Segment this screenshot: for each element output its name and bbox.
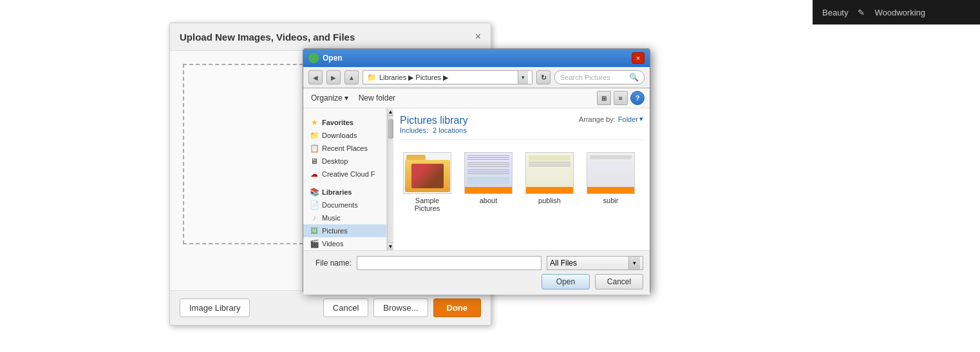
file-type-select[interactable]: All Files ▾ [547, 256, 643, 270]
pictures-label: Pictures [322, 227, 348, 235]
screenshot-lines-1 [467, 155, 509, 161]
screenshot-lines-2 [467, 162, 509, 168]
sidebar-item-pictures[interactable]: 🖼 Pictures [303, 224, 386, 237]
toolbar-right: ⊞ ≡ ? [597, 91, 645, 105]
arrange-by-value[interactable]: Folder ▾ [618, 115, 643, 123]
search-icon: 🔍 [629, 73, 639, 82]
recent-places-icon: 📋 [310, 144, 319, 153]
upload-cancel-button[interactable]: Cancel [323, 298, 368, 317]
library-subtitle: Includes: 2 locations [400, 126, 468, 134]
pictures-icon: 🖼 [310, 226, 319, 235]
window-controls: × [632, 52, 645, 64]
dialog-open-button[interactable]: Open [542, 274, 590, 289]
folder-thumbnail [405, 155, 450, 192]
folder-image [411, 164, 444, 188]
window-close-button[interactable]: × [632, 52, 645, 64]
cloud-icon: ☁ [310, 170, 319, 179]
file-item-subir[interactable]: subir [583, 150, 638, 215]
address-bar: ◀ ▶ ▲ 📁 Libraries ▶ Pictures ▶ ▾ ↻ Searc… [303, 67, 650, 88]
upload-dialog-footer: Image Library Cancel Browse... Done [170, 290, 491, 325]
file-type-dropdown-icon[interactable]: ▾ [628, 257, 640, 269]
creative-cloud-label: Creative Cloud F [322, 170, 375, 178]
browse-button[interactable]: Browse... [373, 298, 428, 317]
documents-icon: 📄 [310, 200, 319, 210]
search-placeholder: Search Pictures [560, 73, 610, 81]
music-label: Music [322, 214, 341, 222]
toolbar-left: Organize ▾ New folder [308, 92, 398, 104]
dialog-app-icon [308, 53, 319, 63]
file-item-about[interactable]: about [461, 150, 516, 215]
file-grid: Sample Pictures about [400, 146, 643, 218]
screenshot-block-1 [467, 177, 509, 184]
sidebar-item-downloads[interactable]: 📁 Downloads [303, 129, 386, 142]
organize-button[interactable]: Organize ▾ [308, 92, 351, 104]
subir-orange-bar [587, 187, 634, 193]
dialog-cancel-button[interactable]: Cancel [595, 274, 643, 289]
up-button[interactable]: ▲ [344, 70, 359, 84]
publish-header-bar [529, 155, 570, 161]
sidebar-item-recent-places[interactable]: 📋 Recent Places [303, 142, 386, 155]
library-locations-link[interactable]: 2 locations [433, 126, 467, 134]
image-library-button[interactable]: Image Library [180, 298, 250, 317]
publish-lines [529, 162, 570, 167]
favorites-section: ★ Favorites 📁 Downloads 📋 Recent Places … [303, 113, 386, 183]
organize-arrow-icon: ▾ [344, 93, 348, 103]
open-cancel-row: Open Cancel [310, 274, 643, 289]
arrange-dropdown-icon: ▾ [639, 115, 643, 123]
nav-woodworking-icon: ✎ [858, 8, 865, 17]
music-icon: ♪ [310, 213, 319, 222]
upload-dialog-header: Upload New Images, Videos, and Files × [170, 23, 491, 51]
view-button-1[interactable]: ⊞ [597, 91, 611, 105]
screenshot-lines-3 [467, 170, 509, 175]
address-dropdown-button[interactable]: ▾ [518, 71, 528, 84]
file-item-sample-pictures[interactable]: Sample Pictures [400, 150, 455, 215]
sidebar-scrollbar[interactable]: ▲ ▼ [387, 108, 393, 250]
address-input[interactable]: 📁 Libraries ▶ Pictures ▶ ▾ [363, 70, 532, 84]
arrange-by-label: Arrange by: [579, 115, 616, 123]
nav-beauty[interactable]: Beauty [822, 8, 848, 17]
file-name-sample-pictures: Sample Pictures [402, 197, 452, 212]
downloads-label: Downloads [322, 132, 357, 139]
organize-label: Organize [311, 93, 343, 103]
libraries-label: Libraries [322, 188, 352, 196]
help-button[interactable]: ? [630, 91, 645, 105]
footer-right-buttons: Cancel Browse... Done [323, 298, 481, 317]
file-name-row: File name: All Files ▾ [310, 256, 643, 270]
screenshot-orange-bar [465, 187, 512, 193]
about-thumbnail [464, 152, 513, 194]
new-folder-button[interactable]: New folder [356, 92, 398, 104]
file-name-subir: subir [603, 197, 619, 204]
publish-screenshot [526, 153, 573, 193]
desktop-label: Desktop [322, 157, 348, 165]
subir-screenshot [587, 153, 634, 193]
file-type-label: All Files [550, 259, 628, 268]
upload-dialog-close-button[interactable]: × [475, 31, 481, 43]
file-item-publish[interactable]: publish [522, 150, 577, 215]
favorites-label: Favorites [322, 119, 353, 126]
view-button-2[interactable]: ≡ [614, 91, 628, 105]
back-button[interactable]: ◀ [308, 70, 323, 84]
file-name-field-label: File name: [310, 259, 352, 268]
file-name-input[interactable] [357, 256, 542, 270]
videos-label: Videos [322, 240, 343, 248]
publish-thumbnail [525, 152, 574, 194]
done-button[interactable]: Done [433, 298, 482, 317]
refresh-button[interactable]: ↻ [536, 70, 551, 84]
nav-woodworking[interactable]: Woodworking [874, 8, 925, 17]
library-icon: 📚 [310, 188, 319, 197]
address-path: Libraries ▶ Pictures ▶ [379, 73, 515, 82]
address-icon: 📁 [367, 73, 377, 82]
sidebar-item-creative-cloud[interactable]: ☁ Creative Cloud F [303, 168, 386, 181]
sample-pictures-thumbnail [403, 152, 451, 194]
subir-header [590, 155, 632, 159]
sidebar-item-desktop[interactable]: 🖥 Desktop [303, 155, 386, 168]
forward-button[interactable]: ▶ [326, 70, 341, 84]
sidebar-item-documents[interactable]: 📄 Documents [303, 199, 386, 211]
sidebar-item-videos[interactable]: 🎬 Videos [303, 237, 386, 250]
sidebar-item-music[interactable]: ♪ Music [303, 211, 386, 224]
search-box[interactable]: Search Pictures 🔍 [554, 70, 645, 84]
titlebar-left: Open [308, 53, 343, 63]
svg-point-0 [311, 55, 316, 61]
folder-body [405, 160, 450, 192]
sidebar-container: ★ Favorites 📁 Downloads 📋 Recent Places … [303, 108, 393, 250]
